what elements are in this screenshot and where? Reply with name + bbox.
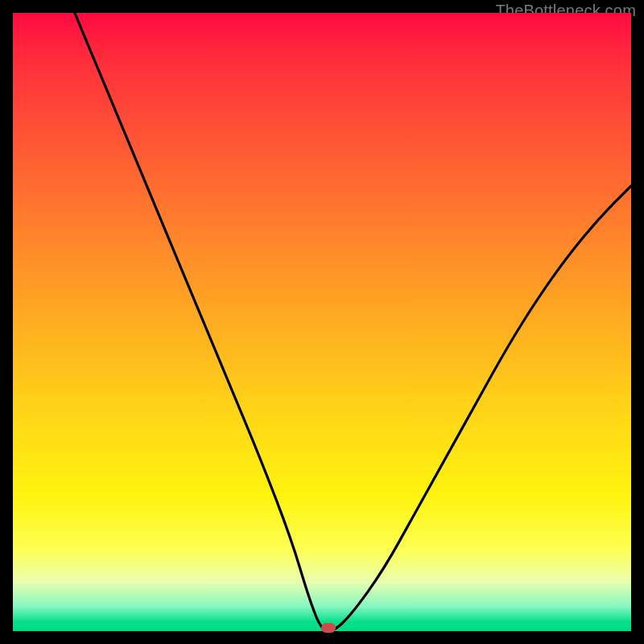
optimal-point-marker <box>321 623 336 633</box>
bottleneck-curve <box>13 13 631 631</box>
plot-area <box>13 13 631 631</box>
curve-path <box>75 13 631 631</box>
chart-frame: TheBottleneck.com <box>13 13 631 631</box>
